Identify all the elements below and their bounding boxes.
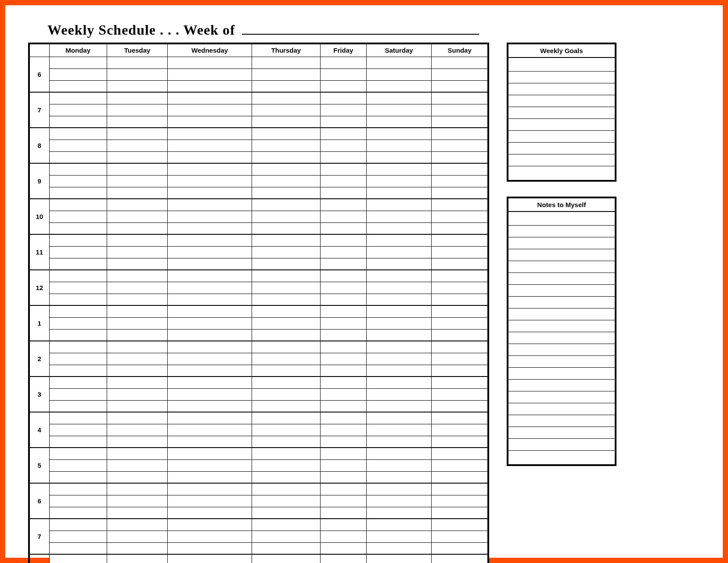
- schedule-cell[interactable]: [107, 436, 167, 448]
- schedule-cell[interactable]: [320, 92, 366, 104]
- schedule-cell[interactable]: [168, 341, 252, 353]
- notes-lines[interactable]: [508, 212, 615, 464]
- schedule-cell[interactable]: [168, 353, 252, 365]
- note-line[interactable]: [508, 380, 615, 391]
- schedule-cell[interactable]: [49, 282, 107, 294]
- schedule-cell[interactable]: [366, 187, 432, 199]
- note-line[interactable]: [508, 249, 615, 261]
- schedule-cell[interactable]: [320, 412, 366, 424]
- schedule-cell[interactable]: [168, 365, 252, 377]
- note-line[interactable]: [508, 285, 615, 297]
- schedule-cell[interactable]: [432, 128, 488, 140]
- schedule-cell[interactable]: [252, 80, 320, 92]
- schedule-cell[interactable]: [49, 128, 107, 140]
- schedule-cell[interactable]: [107, 246, 167, 258]
- goal-line[interactable]: [508, 119, 615, 131]
- schedule-cell[interactable]: [168, 305, 252, 317]
- schedule-cell[interactable]: [107, 448, 167, 459]
- schedule-cell[interactable]: [168, 424, 252, 436]
- schedule-cell[interactable]: [432, 294, 488, 305]
- schedule-cell[interactable]: [107, 542, 167, 554]
- schedule-cell[interactable]: [252, 554, 320, 563]
- schedule-cell[interactable]: [168, 68, 252, 80]
- schedule-cell[interactable]: [49, 258, 107, 270]
- schedule-cell[interactable]: [366, 222, 432, 234]
- schedule-cell[interactable]: [49, 116, 107, 128]
- schedule-cell[interactable]: [252, 92, 320, 104]
- schedule-cell[interactable]: [168, 412, 252, 424]
- schedule-cell[interactable]: [432, 353, 488, 365]
- schedule-cell[interactable]: [366, 317, 432, 329]
- schedule-cell[interactable]: [320, 128, 366, 140]
- schedule-cell[interactable]: [320, 282, 366, 294]
- schedule-cell[interactable]: [366, 282, 432, 294]
- schedule-cell[interactable]: [320, 483, 366, 495]
- schedule-cell[interactable]: [366, 424, 432, 436]
- schedule-cell[interactable]: [366, 377, 432, 388]
- schedule-cell[interactable]: [252, 412, 320, 424]
- goal-line[interactable]: [508, 72, 615, 83]
- schedule-cell[interactable]: [366, 234, 432, 246]
- schedule-cell[interactable]: [49, 80, 107, 92]
- goal-line[interactable]: [508, 131, 615, 143]
- schedule-cell[interactable]: [432, 471, 488, 483]
- schedule-cell[interactable]: [252, 199, 320, 211]
- schedule-cell[interactable]: [366, 554, 432, 563]
- week-of-blank[interactable]: [242, 23, 479, 35]
- schedule-cell[interactable]: [107, 151, 167, 163]
- schedule-cell[interactable]: [366, 531, 432, 542]
- schedule-cell[interactable]: [168, 471, 252, 483]
- schedule-cell[interactable]: [107, 175, 167, 187]
- schedule-cell[interactable]: [168, 92, 252, 104]
- schedule-cell[interactable]: [252, 459, 320, 471]
- schedule-cell[interactable]: [366, 163, 432, 175]
- schedule-cell[interactable]: [49, 57, 107, 68]
- schedule-cell[interactable]: [320, 507, 366, 519]
- goal-line[interactable]: [508, 60, 615, 72]
- schedule-cell[interactable]: [168, 483, 252, 495]
- schedule-cell[interactable]: [49, 519, 107, 531]
- schedule-cell[interactable]: [366, 388, 432, 400]
- schedule-cell[interactable]: [252, 258, 320, 270]
- schedule-cell[interactable]: [49, 531, 107, 542]
- schedule-cell[interactable]: [168, 199, 252, 211]
- schedule-cell[interactable]: [432, 448, 488, 459]
- schedule-cell[interactable]: [107, 519, 167, 531]
- note-line[interactable]: [508, 368, 615, 380]
- schedule-cell[interactable]: [320, 187, 366, 199]
- schedule-cell[interactable]: [366, 57, 432, 68]
- schedule-cell[interactable]: [107, 341, 167, 353]
- schedule-cell[interactable]: [168, 542, 252, 554]
- schedule-cell[interactable]: [168, 507, 252, 519]
- schedule-cell[interactable]: [107, 554, 167, 563]
- schedule-cell[interactable]: [432, 329, 488, 341]
- schedule-cell[interactable]: [366, 175, 432, 187]
- schedule-cell[interactable]: [320, 495, 366, 507]
- schedule-cell[interactable]: [252, 436, 320, 448]
- schedule-cell[interactable]: [252, 388, 320, 400]
- schedule-cell[interactable]: [366, 151, 432, 163]
- schedule-cell[interactable]: [107, 329, 167, 341]
- schedule-cell[interactable]: [432, 519, 488, 531]
- schedule-cell[interactable]: [252, 341, 320, 353]
- schedule-cell[interactable]: [366, 92, 432, 104]
- schedule-cell[interactable]: [432, 424, 488, 436]
- schedule-cell[interactable]: [320, 554, 366, 563]
- schedule-cell[interactable]: [49, 459, 107, 471]
- schedule-cell[interactable]: [49, 424, 107, 436]
- schedule-cell[interactable]: [366, 519, 432, 531]
- schedule-cell[interactable]: [107, 163, 167, 175]
- schedule-cell[interactable]: [366, 436, 432, 448]
- schedule-cell[interactable]: [107, 199, 167, 211]
- note-line[interactable]: [508, 237, 615, 249]
- schedule-cell[interactable]: [107, 222, 167, 234]
- schedule-cell[interactable]: [49, 68, 107, 80]
- schedule-cell[interactable]: [320, 305, 366, 317]
- schedule-cell[interactable]: [168, 329, 252, 341]
- schedule-cell[interactable]: [432, 365, 488, 377]
- schedule-cell[interactable]: [49, 246, 107, 258]
- schedule-cell[interactable]: [49, 448, 107, 459]
- schedule-cell[interactable]: [366, 305, 432, 317]
- schedule-cell[interactable]: [320, 436, 366, 448]
- schedule-cell[interactable]: [320, 400, 366, 412]
